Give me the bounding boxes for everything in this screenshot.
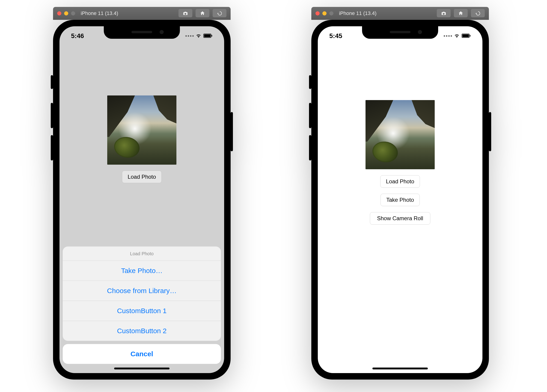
action-sheet-panel: Load Photo Take Photo… Choose from Libra…	[63, 247, 221, 341]
close-window-icon[interactable]	[315, 11, 320, 15]
close-window-icon[interactable]	[57, 11, 61, 15]
home-indicator[interactable]	[372, 368, 428, 369]
minimize-window-icon[interactable]	[322, 11, 327, 15]
choose-library-action[interactable]: Choose from Library…	[63, 281, 221, 301]
silent-switch	[51, 75, 53, 89]
home-button[interactable]	[454, 9, 468, 18]
custom-button-2-action[interactable]: CustomButton 2	[63, 321, 221, 341]
rotate-button[interactable]	[213, 9, 226, 18]
wifi-icon	[196, 32, 202, 40]
battery-icon	[203, 32, 213, 40]
phone-frame: 5:46 Load Photo Load Photo	[53, 20, 231, 379]
screenshot-button[interactable]	[437, 9, 451, 18]
simulator-toolbar: iPhone 11 (13.4)	[311, 7, 489, 20]
zoom-window-icon[interactable]	[329, 11, 334, 15]
preview-image	[107, 96, 176, 165]
action-sheet-title: Load Photo	[63, 247, 221, 261]
take-photo-button[interactable]: Take Photo	[381, 194, 420, 206]
cellular-icon	[185, 35, 194, 37]
volume-up-button	[309, 103, 311, 128]
home-indicator[interactable]	[114, 368, 170, 369]
cellular-icon	[444, 35, 452, 37]
load-photo-button[interactable]: Load Photo	[380, 175, 420, 188]
phone-screen: 5:46 Load Photo Load Photo	[60, 26, 224, 373]
phone-frame: 5:45 Load Photo Take Photo Show Camera R…	[311, 20, 489, 379]
status-time: 5:46	[71, 32, 84, 40]
volume-down-button	[309, 135, 311, 160]
silent-switch	[309, 75, 311, 89]
simulator-window-right: iPhone 11 (13.4) 5:45	[311, 7, 489, 379]
wifi-icon	[454, 32, 460, 40]
zoom-window-icon[interactable]	[71, 11, 75, 15]
action-sheet: Load Photo Take Photo… Choose from Libra…	[60, 247, 224, 373]
traffic-lights	[315, 11, 334, 15]
volume-down-button	[51, 135, 53, 160]
simulator-title: iPhone 11 (13.4)	[339, 10, 434, 16]
preview-image	[366, 100, 435, 169]
svg-rect-2	[212, 35, 212, 37]
rotate-button[interactable]	[471, 9, 485, 18]
notch	[104, 26, 180, 39]
status-time: 5:45	[329, 32, 342, 40]
notch	[362, 26, 438, 39]
simulator-toolbar: iPhone 11 (13.4)	[53, 7, 231, 20]
battery-icon	[462, 32, 471, 40]
svg-rect-1	[204, 34, 211, 37]
traffic-lights	[57, 11, 75, 15]
take-photo-action[interactable]: Take Photo…	[63, 261, 221, 281]
cancel-action[interactable]: Cancel	[63, 344, 221, 364]
power-button	[489, 112, 491, 151]
home-button[interactable]	[196, 9, 209, 18]
screenshot-button[interactable]	[178, 9, 192, 18]
load-photo-button[interactable]: Load Photo	[122, 171, 162, 183]
svg-rect-5	[470, 35, 471, 37]
power-button	[231, 112, 233, 151]
svg-rect-4	[462, 34, 469, 37]
minimize-window-icon[interactable]	[64, 11, 68, 15]
simulator-window-left: iPhone 11 (13.4) 5:46	[53, 7, 231, 379]
show-camera-roll-button[interactable]: Show Camera Roll	[370, 212, 430, 225]
custom-button-1-action[interactable]: CustomButton 1	[63, 301, 221, 321]
simulator-title: iPhone 11 (13.4)	[81, 10, 175, 16]
volume-up-button	[51, 103, 53, 128]
app-content: Load Photo Take Photo Show Camera Roll	[318, 26, 482, 373]
phone-screen: 5:45 Load Photo Take Photo Show Camera R…	[318, 26, 482, 373]
